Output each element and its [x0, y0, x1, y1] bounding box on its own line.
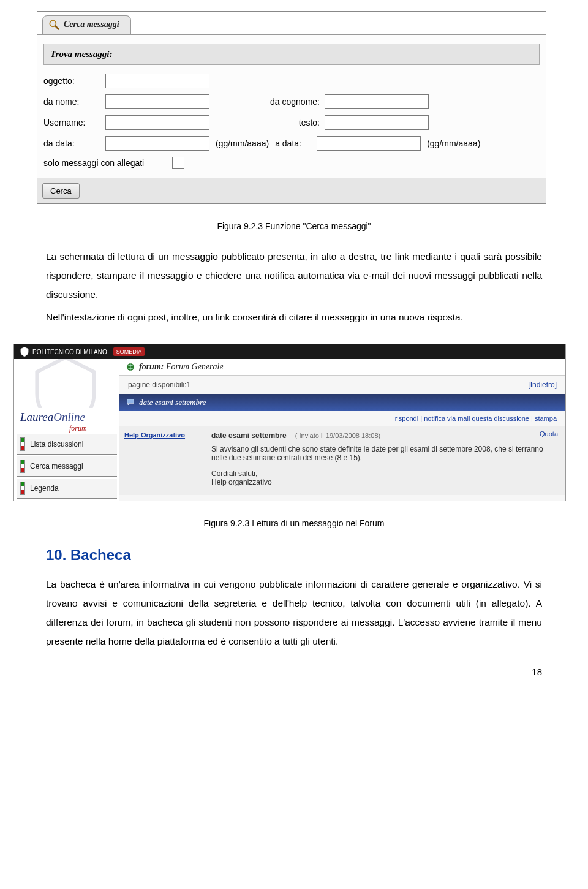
- label-da-nome: da nome:: [43, 97, 105, 107]
- page-number: 18: [0, 667, 542, 677]
- hint-date-1: (gg/mm/aaaa): [209, 138, 275, 148]
- brand-main: Laurea: [20, 410, 53, 423]
- input-da-data[interactable]: [105, 136, 209, 151]
- pages-available: pagine disponibili:1: [128, 380, 190, 389]
- forum-label: forum:: [139, 362, 164, 372]
- search-form-area: Trova messaggi: oggetto: da nome: da cog…: [37, 34, 546, 178]
- forum-topbar: POLITECNICO DI MILANO SOMEDIA: [14, 344, 565, 359]
- tab-label: Cerca messaggi: [64, 20, 119, 29]
- brand-sub: forum: [14, 424, 119, 433]
- back-link[interactable]: [Indietro]: [528, 380, 557, 389]
- forum-right-column: forum: Forum Generale pagine disponibili…: [119, 359, 565, 501]
- somedia-badge: SOMEDIA: [113, 347, 145, 356]
- thread-action-links: rispondi | notifica via mail questa disc…: [119, 411, 565, 426]
- hint-date-2: (gg/mm/aaaa): [421, 138, 486, 148]
- globe-icon: [126, 362, 135, 372]
- sidebar-item-legenda[interactable]: Legenda: [17, 479, 117, 499]
- paragraph-2: Nell'intestazione di ogni post, inoltre,…: [46, 308, 542, 327]
- flag-icon: [20, 437, 25, 451]
- post-subject: date esami settembre: [211, 431, 287, 440]
- thread-title: date esami settembre: [139, 398, 206, 407]
- forum-screenshot: POLITECNICO DI MILANO SOMEDIA LaureaOnli…: [13, 344, 566, 501]
- input-testo[interactable]: [325, 115, 429, 130]
- tab-bar: Cerca messaggi: [37, 12, 546, 34]
- forum-name: Forum Generale: [166, 362, 224, 372]
- input-da-cognome[interactable]: [325, 94, 429, 109]
- figure-caption-2: Figura 9.2.3 Lettura di un messaggio nel…: [0, 518, 588, 528]
- pager-row: pagine disponibili:1 [Indietro]: [119, 376, 565, 394]
- section-10-heading: 10. Bacheca: [46, 547, 588, 564]
- paragraph-1: La schermata di lettura di un messaggio …: [46, 247, 542, 304]
- search-icon: [48, 18, 60, 31]
- post-author-link[interactable]: Help Organizzativo: [124, 431, 185, 439]
- input-username[interactable]: [105, 115, 209, 130]
- input-a-data[interactable]: [317, 136, 421, 151]
- label-da-data: da data:: [43, 138, 105, 148]
- label-testo: testo:: [209, 118, 325, 127]
- forum-left-column: LaureaOnline forum Lista discussioni Cer…: [14, 359, 119, 501]
- flag-icon: [20, 460, 25, 473]
- post-body-1: Si avvisano gli studenti che sono state …: [211, 445, 558, 462]
- section-10-body: La bacheca è un'area informativa in cui …: [46, 575, 542, 651]
- thread-title-bar: date esami settembre: [119, 394, 565, 411]
- polimi-logo: POLITECNICO DI MILANO: [19, 346, 107, 357]
- sidebar-item-label: Lista discussioni: [30, 440, 83, 448]
- sidebar-item-lista-discussioni[interactable]: Lista discussioni: [17, 434, 117, 455]
- chat-icon: [126, 398, 135, 407]
- svg-line-1: [56, 26, 59, 29]
- post-message: Quota date esami settembre ( Inviato il …: [209, 426, 565, 495]
- post-sent-meta: ( Inviato il 19/03/2008 18:08): [295, 432, 380, 439]
- thread-actions[interactable]: rispondi | notifica via mail questa disc…: [395, 415, 557, 422]
- figure-caption-1: Figura 9.2.3 Funzione "Cerca messaggi": [0, 221, 588, 231]
- sidebar-item-cerca-messaggi[interactable]: Cerca messaggi: [17, 456, 117, 477]
- flag-icon: [20, 482, 25, 495]
- shield-icon: [19, 346, 30, 357]
- label-solo-allegati: solo messaggi con allegati: [43, 158, 172, 168]
- label-oggetto: oggetto:: [43, 76, 105, 86]
- sidebar-item-label: Cerca messaggi: [30, 462, 83, 471]
- post-body-2: Cordiali saluti,: [211, 469, 558, 478]
- label-a-data: a data:: [275, 138, 317, 148]
- label-username: Username:: [43, 118, 105, 127]
- search-form-screenshot: Cerca messaggi Trova messaggi: oggetto: …: [37, 11, 546, 204]
- quota-link[interactable]: Quota: [540, 430, 558, 437]
- forum-header: forum: Forum Generale: [119, 359, 565, 376]
- input-da-nome[interactable]: [105, 94, 209, 109]
- search-button-bar: Cerca: [37, 178, 546, 203]
- label-da-cognome: da cognome:: [209, 97, 325, 107]
- topbar-text: POLITECNICO DI MILANO: [32, 349, 107, 355]
- tab-cerca-messaggi[interactable]: Cerca messaggi: [42, 15, 131, 34]
- cerca-button[interactable]: Cerca: [42, 183, 80, 199]
- watermark-shield: [14, 359, 119, 408]
- brand: LaureaOnline: [14, 408, 119, 424]
- brand-online: Online: [53, 410, 85, 423]
- sidebar-item-label: Legenda: [30, 484, 59, 493]
- checkbox-solo-allegati[interactable]: [172, 157, 184, 169]
- post-area: Help Organizzativo Quota date esami sett…: [119, 426, 565, 495]
- input-oggetto[interactable]: [105, 74, 209, 88]
- post-body-3: Help organizzativo: [211, 478, 558, 486]
- form-heading: Trova messaggi:: [43, 44, 540, 65]
